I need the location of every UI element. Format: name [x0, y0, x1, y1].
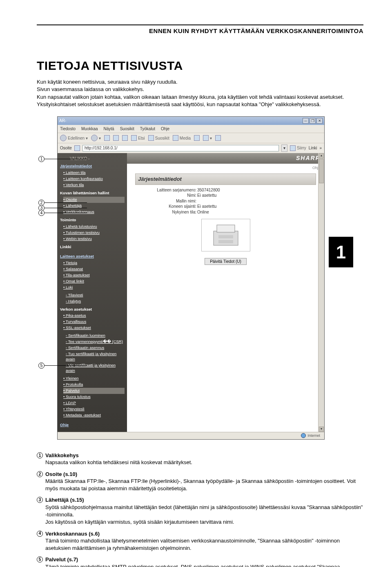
printer-icon	[201, 219, 250, 251]
legend-num-1: 1	[37, 452, 43, 458]
sidebar-device-state[interactable]: Laitteen tila	[63, 170, 125, 176]
legend-title-1: Valikkokehys	[45, 452, 79, 459]
window-titlebar: AR- ─ ❐ ✕	[58, 117, 324, 125]
callout-5: 5	[38, 363, 87, 369]
maximize-button[interactable]: ❐	[310, 118, 316, 124]
callout-4: 4	[38, 210, 87, 216]
sidebar-protocol[interactable]: Protokolla	[63, 382, 125, 388]
back-button[interactable]: Edellinen ▾	[60, 135, 88, 141]
sidebar-general[interactable]: Yleinen	[63, 376, 125, 382]
menu-frame: - VALIKKO - Järjestelmätiedot Laitteen t…	[58, 153, 127, 432]
svg-rect-3	[218, 240, 233, 243]
sidebar-ssl[interactable]: SSL-asetukset	[63, 325, 125, 331]
media-button[interactable]: Media	[173, 135, 191, 141]
window-title: AR-	[59, 118, 66, 124]
scroll-up-icon[interactable]: ▴	[319, 153, 324, 158]
statusbar: Internet	[58, 432, 324, 439]
menu-tools[interactable]: Työkalut	[140, 126, 155, 132]
print-icon[interactable]	[215, 135, 221, 141]
address-dropdown[interactable]: ▾	[281, 145, 287, 152]
sidebar-direct-print[interactable]: Suora tulostus	[63, 394, 125, 400]
chapter-tab: 1	[329, 237, 353, 267]
menu-file[interactable]: Tiedosto	[60, 126, 76, 132]
sidebar-cert-import[interactable]: Tuo sertifikaatti ja yksityinen avain	[66, 351, 125, 362]
sidebar-conn-test[interactable]: Yhteystesli	[63, 406, 125, 412]
svg-rect-2	[218, 235, 233, 238]
address-input[interactable]: http://192.168.0.1/	[82, 145, 279, 151]
sidebar-log[interactable]: Loki	[63, 285, 125, 291]
sidebar-printer-testpage[interactable]: Tulostimen testisivu	[63, 230, 125, 236]
sidebar-own-links[interactable]: Omat linkit	[63, 278, 125, 285]
scroll-down-icon[interactable]: ▾	[319, 427, 324, 432]
sidebar-link: Linkki	[60, 245, 125, 250]
home-icon[interactable]	[122, 135, 128, 141]
intro-text: Kun käytät koneen nettisivua, seuraava s…	[37, 78, 363, 108]
fav-button[interactable]: Suosikit	[148, 135, 169, 141]
menu-edit[interactable]: Muokkaa	[81, 126, 98, 132]
help-link[interactable]: Ohje	[127, 164, 324, 172]
main-pane: SHARP Ohje Järjestelmätiedot Laitteen sa…	[127, 153, 324, 432]
sidebar-system-info[interactable]: Järjestelmätiedot	[60, 164, 125, 169]
stop-icon[interactable]	[104, 135, 110, 141]
sidebar-web-testpage[interactable]: Webin testisivu	[63, 236, 125, 242]
sidebar-help[interactable]: Ohje	[60, 422, 125, 428]
menu-help[interactable]: Ohje	[161, 126, 169, 132]
legend-num-5: 5	[37, 556, 43, 563]
links-label[interactable]: Linki	[309, 145, 317, 151]
toolbar: Edellinen ▾ ▾ Etsi Suosikit Media ▾	[58, 133, 324, 143]
info-rows: Laitteen sarjanumero: 3507412800 Nimi: E…	[151, 187, 324, 215]
address-label: Osoite	[60, 145, 72, 151]
refresh-icon[interactable]	[113, 135, 119, 141]
go-button[interactable]: Siirry	[290, 145, 306, 151]
menubar: Tiedosto Muokkaa Näytä Suosikit Työkalut…	[58, 125, 324, 133]
legend-num-2: 2	[37, 471, 43, 477]
sidebar-ldap[interactable]: LDAP	[63, 400, 125, 406]
page-icon	[74, 145, 80, 151]
legend-title-3: Lähettäjä (s.15)	[45, 496, 84, 504]
sidebar-item-services[interactable]: Palvelut	[63, 388, 125, 394]
page-title: TIETOJA NETTISIVUSTA	[37, 58, 363, 74]
scrollbar[interactable]: ▴ ▾	[318, 153, 324, 432]
minimize-button[interactable]: ─	[303, 118, 309, 124]
browser-window: AR- ─ ❐ ✕ Tiedosto Muokkaa Näytä Suosiki…	[57, 116, 325, 440]
sidebar-network-settings: Verkon asetukset	[60, 307, 125, 312]
sidebar-info[interactable]: Tietoja	[63, 260, 125, 266]
sidebar-image-send: Kuvan lähettämisen hallint	[60, 191, 125, 196]
sidebar-quick-setup[interactable]: Pika-asetus	[63, 313, 125, 319]
forward-button[interactable]: ▾	[91, 135, 101, 141]
sidebar-security[interactable]: Turvallisuus	[63, 319, 125, 325]
update-button[interactable]: Päivitä Tiedot (U)	[205, 258, 247, 265]
info-title: Järjestelmätiedot	[135, 173, 316, 185]
sidebar-device-config[interactable]: Laitteen konfiguraatio	[63, 176, 125, 182]
sidebar-device-settings[interactable]: Laitteen asetukset	[60, 254, 125, 259]
sidebar-csr[interactable]: Tee varmennepyynti�� (CSR)	[66, 339, 125, 345]
search-button[interactable]: Etsi	[131, 135, 145, 141]
callout-1: 1	[38, 156, 87, 162]
sidebar-passwords[interactable]: Salasanat	[63, 266, 125, 272]
legend-title-2: Osoite (s.10)	[45, 471, 77, 478]
sidebar-function: Toiminto	[60, 218, 125, 223]
internet-icon	[301, 433, 306, 438]
links-expand[interactable]: »	[319, 145, 322, 151]
sidebar-metadata[interactable]: Metadata -asetukset	[63, 412, 125, 418]
legend-list: 1Valikkokehys Napsauta valikon kohtia te…	[37, 452, 363, 567]
address-bar: Osoite http://192.168.0.1/ ▾ Siirry Link…	[58, 143, 324, 153]
svg-rect-1	[217, 225, 235, 232]
mail-icon[interactable]: ▾	[203, 135, 212, 141]
status-text: Internet	[307, 433, 320, 438]
menu-fav[interactable]: Suosikit	[120, 126, 134, 132]
sidebar-send-printpage[interactable]: Lähetä tulostusivu	[63, 224, 125, 230]
sidebar-network-state[interactable]: Verkon tila	[63, 182, 125, 188]
callout-2: 2	[38, 200, 87, 206]
chapter-header: ENNEN KUIN RYHDYT KÄYTTÄMÄÄN VERKKOSKANN…	[37, 27, 363, 35]
sidebar-status-msg[interactable]: Tilaviesti	[66, 292, 125, 298]
menu-view[interactable]: Näytä	[104, 126, 114, 132]
sidebar-cert-create[interactable]: Sertifikaatin luominen	[66, 333, 125, 339]
sidebar-alert[interactable]: Halytys	[66, 298, 125, 305]
sidebar-cert-install[interactable]: Sertifikaatin asennus	[66, 345, 125, 351]
history-icon[interactable]	[194, 135, 200, 141]
legend-num-3: 3	[37, 497, 43, 503]
scroll-thumb[interactable]	[319, 159, 324, 183]
close-button[interactable]: ✕	[316, 118, 323, 124]
sidebar-state-settings[interactable]: Tila-asetukset	[63, 272, 125, 278]
